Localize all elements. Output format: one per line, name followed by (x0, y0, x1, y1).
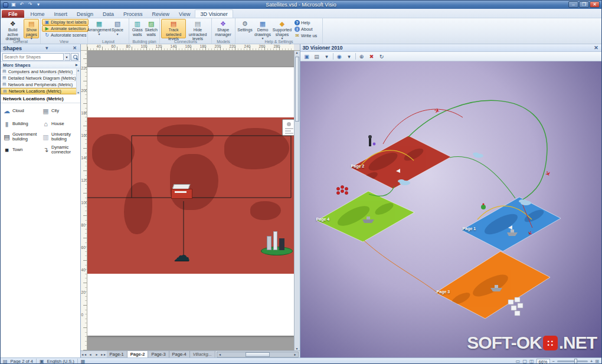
build-active-drawing-button[interactable]: ❖ Build active drawing (2, 19, 24, 38)
shape-government-building[interactable]: ▤ Government building (1, 130, 40, 143)
search-icon[interactable] (71, 53, 78, 61)
tab-insert[interactable]: Insert (50, 10, 73, 18)
info-icon: i (295, 27, 300, 32)
visioner-3d-viewport[interactable]: ✈ ✈ ✈ (300, 61, 601, 358)
drawing-page[interactable]: ☁ (87, 51, 294, 350)
supported-shapes-button[interactable]: ◆ Supported shapes ▾ (272, 19, 292, 38)
page-tab-4[interactable]: Page-4 (169, 351, 190, 358)
next-page-icon[interactable]: ► (94, 353, 100, 356)
stencil-detailed-network[interactable]: ▤ Detailed Network Diagram (Metric) (1, 75, 80, 81)
horizontal-scrollbar[interactable]: ◄► (217, 352, 299, 358)
print-icon[interactable]: ▤ (313, 53, 321, 60)
dropdown-arrow-icon[interactable]: ▾ (345, 53, 354, 60)
view-normal-icon[interactable]: ▭ (516, 359, 521, 364)
about-button[interactable]: i About (292, 26, 319, 32)
animate-selection-toggle[interactable]: ▶ Animate selection (42, 25, 89, 32)
dropdown-arrow-icon[interactable]: ▾ (323, 53, 331, 60)
tab-data[interactable]: Data (98, 10, 119, 18)
first-page-icon[interactable]: ◄◄ (81, 353, 87, 356)
demo-drawings-icon: ▦ (260, 20, 266, 28)
zoom-in-icon[interactable]: + (590, 359, 593, 364)
shape-house[interactable]: ⌂ House (40, 117, 79, 130)
window-title: Satellites.vsd - Microsoft Visio (1, 2, 601, 8)
language-status[interactable]: English (U.S.) (47, 359, 74, 364)
help-button[interactable]: ? Help (292, 19, 319, 26)
tab-view[interactable]: View (174, 10, 195, 18)
page-info[interactable]: Page 2 of 4 (11, 359, 33, 364)
zoom-in-icon[interactable]: ⊕ (358, 53, 366, 60)
tab-3d-visioner[interactable]: 3D Visioner (195, 9, 233, 18)
page-tab-background[interactable]: VBackg... (190, 351, 215, 358)
macro-icon[interactable]: ▦ (81, 359, 86, 364)
fit-page-icon[interactable]: ⊞ (595, 359, 599, 364)
zoom-level[interactable]: 66% (536, 359, 550, 364)
track-selected-levels-button[interactable]: ▤ Track selected levels (161, 19, 186, 38)
city-shape[interactable] (261, 228, 294, 256)
arrangement-button[interactable]: ▦ Arrangement ▾ (89, 19, 109, 38)
stencil-network-locations[interactable]: ▤ Network Locations (Metric) (1, 88, 80, 94)
cloud-shape[interactable]: ☁ (174, 245, 190, 265)
more-shapes-row[interactable]: More Shapes ▸ (1, 62, 80, 68)
display-text-labels-toggle[interactable]: ▣ Display text labels (42, 19, 89, 25)
page-tab-2[interactable]: Page-2 (127, 351, 149, 358)
save-icon[interactable]: ▣ (303, 53, 311, 60)
shape-cloud[interactable]: ☁ Cloud (1, 104, 40, 117)
visio-window: ▣ ↶ ↷ ▾ Satellites.vsd - Microsoft Visio… (0, 0, 602, 364)
rotate-view-icon[interactable]: ↻ (378, 53, 386, 60)
shape-university-building[interactable]: ▥ University building (40, 130, 79, 143)
group-label-models: Models (212, 40, 235, 44)
demo-drawings-button[interactable]: ▦ Demo drawings ▾ (253, 19, 272, 38)
ruler-corner (81, 44, 87, 51)
autorotate-scenes-toggle[interactable]: ↻ Autorotate scenes (42, 32, 89, 38)
shape-building[interactable]: ▮ Building (1, 117, 40, 130)
space-button[interactable]: ▧ Space ▾ (109, 19, 126, 38)
tab-home[interactable]: Home (26, 10, 50, 18)
search-dropdown-icon[interactable]: ▾ (64, 53, 70, 61)
view-fullscreen-icon[interactable]: ▢ (522, 359, 527, 364)
show-pages-button[interactable]: ▤ Show pages ▾ (24, 19, 39, 38)
plane-page-4[interactable] (317, 191, 414, 242)
last-page-icon[interactable]: ►► (100, 353, 107, 356)
printer-shape[interactable] (171, 184, 192, 201)
camera-view-icon[interactable]: ◉ (335, 53, 343, 60)
shape-manager-button[interactable]: ❖ Shape manager (213, 19, 233, 38)
shape-town[interactable]: ■ Town (1, 143, 40, 156)
settings-button[interactable]: ⚙ Settings (237, 19, 253, 38)
note-shape[interactable] (282, 119, 294, 136)
tab-review[interactable]: Review (148, 10, 175, 18)
stencil-list-scrollbar[interactable]: ▲▼ (76, 68, 80, 94)
stencil-network-peripherals[interactable]: ▤ Network and Peripherals (Metric) (1, 81, 80, 88)
reset-view-icon[interactable]: ✖ (368, 53, 376, 60)
zoom-slider[interactable] (557, 360, 588, 362)
sketch-walls-button[interactable]: ▨ Sketch walls (145, 19, 159, 38)
tab-design[interactable]: Design (72, 10, 98, 18)
view-presentation-icon[interactable]: ◫ (529, 359, 534, 364)
shape-search-input[interactable] (2, 53, 64, 61)
group-label-general: General (1, 40, 40, 44)
prev-page-icon[interactable]: ◄ (87, 353, 94, 356)
stencil-computers-monitors[interactable]: ▤ Computers and Monitors (Metric) (1, 68, 80, 75)
tab-process[interactable]: Process (119, 10, 148, 18)
file-tab[interactable]: File (2, 10, 24, 18)
write-us-button[interactable]: ✉ Write us (292, 32, 319, 39)
shape-city[interactable]: ▦ City (40, 104, 79, 117)
restore-button[interactable]: ❐ (579, 1, 589, 8)
vertical-scrollbar[interactable]: ▲▼ (294, 51, 300, 350)
shape-search-bar: ▾ (1, 52, 80, 62)
stencil-icon: ▤ (2, 69, 6, 74)
panel-menu-icon[interactable]: ▾ (44, 45, 50, 51)
hide-untracked-levels-button[interactable]: ▤ Hide untracked levels (186, 19, 210, 38)
shape-dynamic-connector[interactable]: ↴ Dynamic connector (40, 143, 79, 156)
more-shapes-label: More Shapes (3, 63, 31, 68)
visioner-close-icon[interactable]: ✕ (593, 45, 599, 51)
page-tab-1[interactable]: Page-1 (107, 351, 127, 358)
glass-walls-button[interactable]: ▥ Glass walls (130, 19, 145, 38)
panel-close-icon[interactable]: ✕ (72, 45, 78, 51)
space-icon: ▧ (114, 20, 120, 28)
page-tab-3[interactable]: Page-3 (148, 351, 169, 358)
minimize-button[interactable]: – (568, 1, 578, 8)
town-icon: ■ (2, 146, 11, 153)
close-button[interactable]: ✕ (590, 1, 600, 8)
zoom-out-icon[interactable]: − (552, 359, 555, 364)
status-bar: ▤ Page 2 of 4 ▣ English (U.S.) ▦ ▭ ▢ ◫ 6… (1, 358, 601, 364)
